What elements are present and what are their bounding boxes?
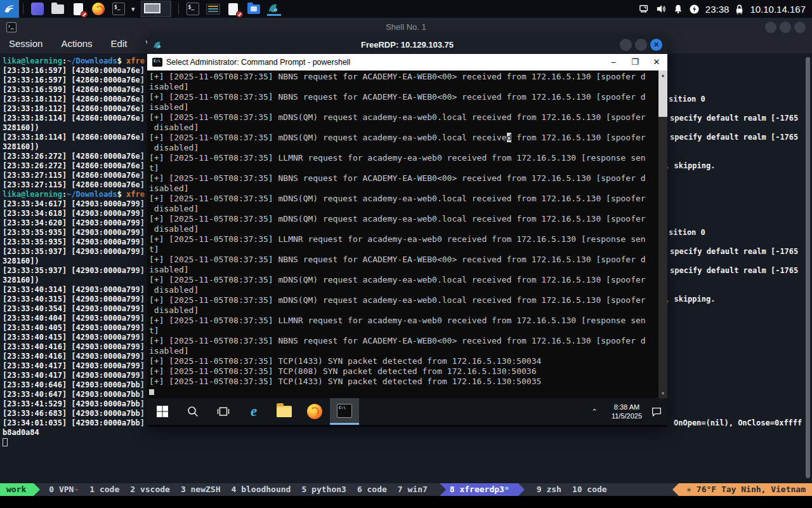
- action-center-icon[interactable]: [651, 406, 662, 417]
- menu-edit[interactable]: Edit: [111, 38, 128, 49]
- cmd-titlebar[interactable]: C:\ Select Administrator: Command Prompt…: [147, 54, 667, 70]
- workspace-item-5-python3[interactable]: 5 python3: [301, 483, 346, 496]
- terminal-line-fragment: , skipping.: [665, 295, 715, 304]
- console-line: disabled]: [149, 305, 667, 316]
- vpn-ip-address[interactable]: 10.10.14.167: [750, 4, 806, 15]
- workspace-mode-segment[interactable]: work: [0, 483, 34, 496]
- close-button[interactable]: ✕: [650, 39, 662, 51]
- freerdp-titlebar[interactable]: FreeRDP: 10.129.103.75 ✕: [147, 36, 667, 54]
- terminal-scrollbar[interactable]: [806, 57, 810, 478]
- console-line: [+] [2025-11-05T08:37:35] TCP(1433) SYN …: [149, 377, 667, 387]
- updates-icon[interactable]: [689, 4, 700, 15]
- weather-widget[interactable]: ✳ 76°F Tay Ninh, Vietnam: [679, 483, 812, 496]
- task-freerdp-icon[interactable]: [267, 2, 281, 16]
- workspace-item-1-code[interactable]: 1 code: [89, 483, 119, 496]
- firefox-icon[interactable]: [91, 2, 105, 16]
- workspace-list: 0 VPN-1 code2 vscode3 newZSH4 bloodhound…: [49, 483, 606, 496]
- file-explorer-icon: [277, 406, 292, 417]
- clock[interactable]: 23:38: [705, 4, 730, 15]
- console-line: isabled]: [149, 346, 667, 356]
- terminal-line: [23:33:35:937] [42903:0000a799]: [3, 266, 145, 276]
- internet-explorer-button[interactable]: e: [239, 398, 269, 425]
- console-cursor-line: [149, 387, 667, 398]
- workspace-item-0-vpn[interactable]: 0 VPN-: [49, 483, 79, 496]
- console-line: [+] [2025-11-05T08:37:35] mDNS(QM) reque…: [149, 194, 667, 204]
- terminal-line: [23:33:40:314] [42903:0000a799]: [3, 285, 145, 295]
- scroll-down-button[interactable]: ▼: [658, 389, 667, 398]
- menu-session[interactable]: Session: [9, 38, 43, 49]
- network-icon[interactable]: [639, 4, 650, 14]
- task-terminal-icon[interactable]: $_: [186, 2, 200, 16]
- scrollbar-thumb[interactable]: [658, 80, 667, 117]
- block-cursor: [149, 389, 154, 395]
- workspace-item-4-bloodhound[interactable]: 4 bloodhound: [232, 483, 291, 496]
- start-button[interactable]: [147, 398, 178, 425]
- minimize-button[interactable]: [765, 22, 776, 33]
- scroll-up-button[interactable]: ▲: [658, 70, 667, 80]
- vpn-lock-icon[interactable]: [735, 4, 744, 15]
- console-line: isabled]: [149, 265, 667, 275]
- console-line: [+] [2025-11-05T08:37:35] mDNS(QM) reque…: [149, 133, 667, 143]
- volume-icon[interactable]: [656, 4, 667, 14]
- chevron-down-icon[interactable]: ▾: [131, 5, 135, 13]
- taskbar-time: 8:38 AM: [608, 403, 646, 411]
- maximize-button[interactable]: [635, 39, 647, 51]
- console-line: [+] [2025-11-05T08:37:35] LLMNR request …: [149, 234, 667, 244]
- terminal-line: [23:33:35:935] [42903:0000a799]: [3, 237, 145, 247]
- cmd-scrollbar[interactable]: ▲ ▼: [658, 70, 667, 398]
- file-explorer-button[interactable]: [269, 398, 299, 425]
- workspace-item-2-vscode[interactable]: 2 vscode: [130, 483, 170, 496]
- workspace-pager[interactable]: [141, 1, 171, 17]
- top-panel: $_ ▾ $_: [0, 0, 812, 18]
- search-button[interactable]: [178, 398, 208, 425]
- hollow-cursor: [3, 438, 8, 446]
- console-line: disabled]: [149, 285, 667, 295]
- internet-explorer-icon: e: [251, 403, 257, 420]
- show-hidden-icons-button[interactable]: ⌃: [586, 408, 603, 416]
- cmd-console[interactable]: [+] [2025-11-05T08:37:35] NBNS request f…: [147, 70, 667, 398]
- task-view-icon: [217, 405, 230, 418]
- task-folder-icon[interactable]: [247, 2, 261, 16]
- workspace-item-9-zsh[interactable]: 9 zsh: [537, 483, 561, 496]
- workspace-item-10-code[interactable]: 10 code: [572, 483, 607, 496]
- cmd-taskbar-button[interactable]: C:\: [330, 398, 359, 425]
- close-button[interactable]: [794, 22, 806, 33]
- restore-button[interactable]: ❐: [624, 54, 646, 70]
- task-view-button[interactable]: [208, 398, 239, 425]
- maximize-button[interactable]: [780, 22, 791, 33]
- terminal-line: [23:33:26:272] [42860:0000a76e]: [3, 152, 145, 161]
- edit-badge-icon: [81, 11, 88, 18]
- task-document-icon[interactable]: [226, 2, 240, 16]
- task-editor-icon[interactable]: [206, 2, 220, 16]
- menu-actions[interactable]: Actions: [61, 38, 92, 49]
- close-button[interactable]: ✕: [646, 54, 667, 70]
- workspace-item-3-newzsh[interactable]: 3 newZSH: [181, 483, 221, 496]
- minimize-button[interactable]: [620, 39, 632, 51]
- file-manager-icon[interactable]: [51, 2, 65, 16]
- window-manager-icon[interactable]: [30, 2, 44, 16]
- taskbar-clock[interactable]: 8:38 AM 11/5/2025: [608, 403, 646, 420]
- panel-separator: [23, 3, 23, 15]
- shell-titlebar[interactable]: ›_ Shell No. 1: [0, 18, 812, 36]
- terminal-line: [23:33:40:416] [42903:0000a799]: [3, 342, 145, 352]
- terminal-line: 328160]): [3, 142, 145, 152]
- terminal-line: [23:33:40:647] [42903:0000a7bb]: [3, 390, 145, 399]
- workspace-item-8-xfreerdp3[interactable]: 8 xfreerdp3*: [440, 483, 518, 496]
- workspace-item-7-win7[interactable]: 7 win7: [398, 483, 428, 496]
- terminal-line: [23:33:41:529] [42903:0000a7bb]: [3, 399, 145, 409]
- terminal-line: [23:33:40:354] [42903:0000a799]: [3, 304, 145, 314]
- rdp-bottom-edge: [147, 425, 667, 427]
- text-editor-icon[interactable]: [71, 2, 85, 16]
- workspace-item-6-code[interactable]: 6 code: [357, 483, 387, 496]
- status-bar: work 0 VPN-1 code2 vscode3 newZSH4 blood…: [0, 483, 812, 496]
- terminal-launcher-icon[interactable]: $_: [112, 2, 126, 16]
- firefox-button[interactable]: [299, 398, 330, 425]
- console-line: [+] [2025-11-05T08:37:35] mDNS(QM) reque…: [149, 275, 667, 285]
- terminal-line-fragment: specify default realm [-1765: [670, 133, 798, 142]
- terminal-line-fragment: OnOpen=(nil), OnClose=0xffff: [674, 418, 802, 428]
- notifications-bell-icon[interactable]: [673, 4, 683, 14]
- minimize-button[interactable]: –: [603, 54, 624, 70]
- kali-menu-button[interactable]: [0, 0, 19, 18]
- terminal-line-fragment: specify default realm [-1765: [670, 247, 798, 257]
- terminal-line: [23:33:16:599] [42860:0000a76e]: [3, 85, 145, 95]
